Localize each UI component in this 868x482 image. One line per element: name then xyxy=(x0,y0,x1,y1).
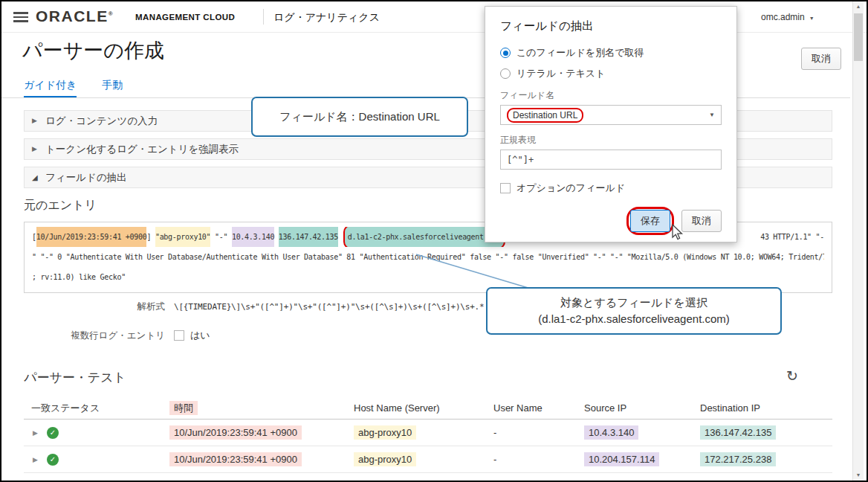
multiline-label: 複数行ログ・エントリ xyxy=(24,330,165,342)
field-name-label: フィールド名 xyxy=(500,89,722,102)
callout-select-field: 対象とするフィールドを選択 (d.la1-c2-phx.salesforceli… xyxy=(486,287,782,335)
oracle-logo: ORACLE® xyxy=(36,7,114,25)
tab-bar: ガイド付き 手動 xyxy=(24,79,123,98)
field-name-selected-value: Destination URL xyxy=(507,108,583,123)
radio-literal-text[interactable]: リテラル・テキスト xyxy=(500,67,722,80)
dialog-title: フィールドの抽出 xyxy=(500,19,722,34)
col-source-ip: Source IP xyxy=(584,402,700,414)
extract-field-dialog: フィールドの抽出 このフィールドを別名で取得 リテラル・テキスト フィールド名 … xyxy=(485,6,737,242)
collapsed-triangle-icon: ▶ xyxy=(32,139,37,159)
table-header-row: 一致ステータス 時間 Host Name (Server) User Name … xyxy=(24,397,832,420)
destination-ip-field-highlight[interactable]: 136.147.42.135 xyxy=(279,227,338,247)
multiline-checkbox[interactable] xyxy=(174,330,184,341)
section-label: フィールドの抽出 xyxy=(45,172,127,183)
col-time: 時間 xyxy=(169,402,354,415)
save-annotation-ring: 保存 xyxy=(626,207,674,235)
dialog-buttons: 保存 取消 xyxy=(500,207,722,235)
time-field-highlight[interactable]: 10/Jun/2019:23:59:41 +0900 xyxy=(36,227,147,247)
user-cell: - xyxy=(493,427,584,438)
table-row: ▶ ✓ 10/Jun/2019:23:59:41 +0900 abg-proxy… xyxy=(24,420,832,446)
col-host-name: Host Name (Server) xyxy=(354,402,493,414)
save-button[interactable]: 保存 xyxy=(630,210,670,232)
expand-row-icon[interactable]: ▶ xyxy=(33,456,38,463)
callout-text: フィールド名：Destination URL xyxy=(279,110,440,124)
section-label: ログ・コンテンツの入力 xyxy=(45,115,158,126)
mouse-cursor xyxy=(669,223,685,241)
radio-selected-icon xyxy=(500,48,511,58)
col-user-name: User Name xyxy=(493,402,584,414)
optional-field-checkbox[interactable] xyxy=(500,183,511,193)
callout-field-name: フィールド名：Destination URL xyxy=(251,97,468,137)
menu-icon[interactable] xyxy=(13,12,28,25)
brand-text: ORACLE xyxy=(36,7,108,25)
source-ip-cell: 10.4.3.140 xyxy=(584,427,700,438)
callout-text-line1: 対象とするフィールドを選択 xyxy=(560,295,707,312)
log-text xyxy=(338,227,343,247)
log-text: "-" xyxy=(210,227,232,247)
destination-ip-cell: 172.217.25.238 xyxy=(700,454,832,465)
dialog-cancel-button[interactable]: 取消 xyxy=(681,210,722,232)
user-menu[interactable]: omc.admin▼ xyxy=(761,12,814,22)
host-field-highlight[interactable]: "abg-proxy10" xyxy=(155,227,210,247)
chevron-down-icon: ▼ xyxy=(709,112,715,118)
tab-manual[interactable]: 手動 xyxy=(102,79,123,98)
radio-label: このフィールドを別名で取得 xyxy=(516,46,644,60)
col-match-status: 一致ステータス xyxy=(24,402,169,415)
scroll-down-icon[interactable]: ▼ xyxy=(853,470,864,481)
scrollbar[interactable]: ▲ ▼ xyxy=(852,1,864,481)
time-cell: 10/Jun/2019:23:59:41 +0900 xyxy=(169,427,354,438)
expanded-triangle-icon: ◢ xyxy=(32,167,38,187)
tab-guided[interactable]: ガイド付き xyxy=(24,79,77,98)
optional-field-checkbox-row[interactable]: オプションのフィールド xyxy=(500,181,722,195)
match-success-icon: ✓ xyxy=(47,454,59,466)
parse-expression-label: 解析式 xyxy=(24,301,165,313)
regex-label: 正規表現 xyxy=(500,134,722,147)
page-title: パーサーの作成 xyxy=(22,37,164,64)
registered-mark: ® xyxy=(108,10,114,17)
suite-name: MANAGEMENT CLOUD xyxy=(135,13,235,22)
source-ip-field-highlight[interactable]: 10.4.3.140 xyxy=(232,227,274,247)
refresh-icon[interactable]: ↻ xyxy=(786,367,798,385)
time-cell: 10/Jun/2019:23:59:41 +0900 xyxy=(169,454,354,465)
radio-unselected-icon xyxy=(500,68,511,79)
col-destination-ip: Destination IP xyxy=(700,402,832,414)
table-row: ▶ ✓ 10/Jun/2019:23:59:41 +0900 abg-proxy… xyxy=(24,446,832,473)
parser-test-heading: パーサー・テスト xyxy=(24,369,126,386)
section-label: トークン化するログ・エントリを強調表示 xyxy=(45,144,239,155)
expand-row-icon[interactable]: ▶ xyxy=(33,429,38,437)
page-cancel-button[interactable]: 取消 xyxy=(801,48,841,70)
multiline-value: はい xyxy=(190,329,210,342)
selected-destination-url-field[interactable]: d.la1-c2-phx.salesforceliveagent.com xyxy=(343,227,505,247)
host-cell: abg-proxy10 xyxy=(354,427,493,438)
parse-expression-row: 解析式 \[{TIMEDATE}\]\s+"([^"]+)"\s+"([^"]+… xyxy=(24,301,484,313)
match-status-cell: ▶ ✓ xyxy=(24,454,169,466)
parser-test-table: 一致ステータス 時間 Host Name (Server) User Name … xyxy=(24,397,832,473)
multiline-row: 複数行ログ・エントリ はい xyxy=(24,329,210,342)
scrollbar-thumb[interactable] xyxy=(854,13,863,61)
original-entry-heading: 元のエントリ xyxy=(24,198,97,213)
callout-text-line2: (d.la1-c2-phx.salesforceliveagent.com) xyxy=(538,311,730,328)
match-success-icon: ✓ xyxy=(47,427,59,439)
log-text: ] xyxy=(146,227,155,247)
field-name-select[interactable]: Destination URL ▼ xyxy=(500,105,722,125)
source-ip-cell: 10.204.157.114 xyxy=(584,454,700,465)
scroll-up-icon[interactable]: ▲ xyxy=(853,1,864,12)
app-name: ログ・アナリティクス xyxy=(273,11,380,25)
header-divider xyxy=(263,9,264,25)
log-text: 43 HTTP/1.1" "- xyxy=(760,227,824,247)
destination-ip-cell: 136.147.42.135 xyxy=(700,427,832,438)
chevron-down-icon: ▼ xyxy=(809,16,814,21)
host-cell: abg-proxy10 xyxy=(354,454,493,465)
radio-capture-field-as-alias[interactable]: このフィールドを別名で取得 xyxy=(500,46,722,60)
radio-label: リテラル・テキスト xyxy=(516,67,605,80)
regex-input[interactable]: [^"]+ xyxy=(500,150,722,170)
parse-expression-value: \[{TIMEDATE}\]\s+"([^"]+)"\s+"([^"]+)"\s… xyxy=(174,302,484,312)
app-window: ORACLE® MANAGEMENT CLOUD ログ・アナリティクス omc.… xyxy=(0,0,868,482)
match-status-cell: ▶ ✓ xyxy=(24,427,169,439)
optional-field-label: オプションのフィールド xyxy=(516,181,625,195)
user-cell: - xyxy=(493,454,584,465)
collapsed-triangle-icon: ▶ xyxy=(32,111,37,131)
user-name: omc.admin xyxy=(761,12,805,22)
